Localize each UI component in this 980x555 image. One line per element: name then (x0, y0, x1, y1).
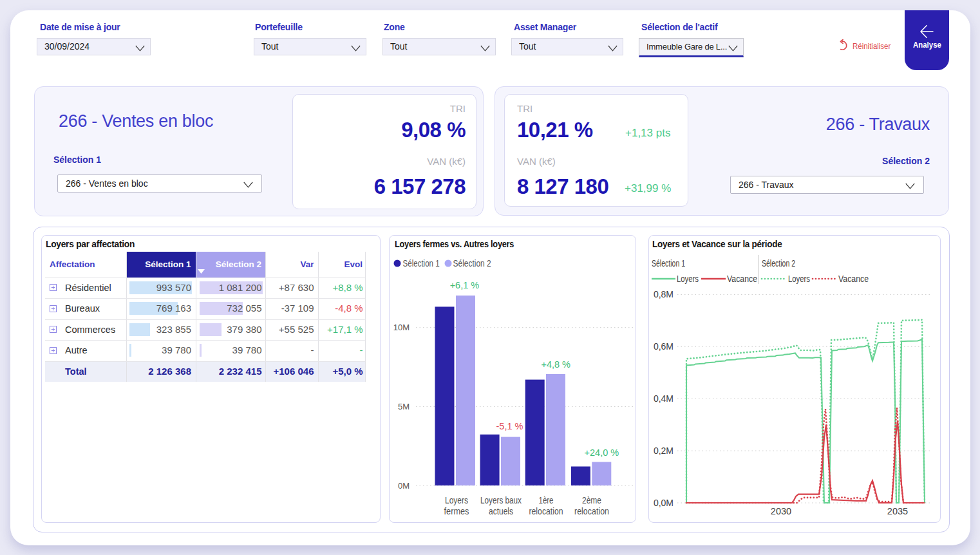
svg-text:Vacance: Vacance (727, 274, 757, 284)
svg-text:+24,0 %: +24,0 % (585, 447, 619, 458)
svg-text:0,8M: 0,8M (654, 289, 674, 299)
svg-text:Sélection 1: Sélection 1 (652, 258, 685, 268)
svg-text:1ère: 1ère (539, 495, 554, 505)
svg-text:Sélection 2: Sélection 2 (762, 258, 795, 268)
svg-text:0M: 0M (398, 481, 410, 491)
svg-text:Loyers: Loyers (445, 495, 468, 505)
svg-text:-5,1 %: -5,1 % (496, 421, 523, 431)
svg-text:Loyers: Loyers (788, 274, 810, 284)
svg-text:+4,8 %: +4,8 % (541, 359, 570, 370)
svg-text:10M: 10M (393, 323, 410, 332)
svg-text:relocation: relocation (529, 506, 563, 516)
svg-text:2035: 2035 (887, 506, 908, 516)
svg-text:fermes: fermes (444, 506, 469, 516)
svg-text:0,6M: 0,6M (654, 341, 674, 352)
svg-text:2030: 2030 (771, 506, 791, 516)
svg-text:0,0M: 0,0M (654, 498, 674, 508)
svg-text:actuels: actuels (489, 506, 513, 516)
svg-text:2ème: 2ème (582, 495, 601, 505)
svg-text:0,4M: 0,4M (654, 393, 674, 404)
svg-text:5M: 5M (398, 402, 410, 411)
svg-text:+6,1 %: +6,1 % (450, 280, 480, 290)
svg-text:Loyers: Loyers (677, 274, 699, 284)
svg-text:Vacance: Vacance (838, 274, 869, 284)
svg-text:Loyers baux: Loyers baux (480, 495, 522, 505)
svg-text:0,2M: 0,2M (654, 446, 674, 456)
svg-text:relocation: relocation (574, 506, 609, 516)
